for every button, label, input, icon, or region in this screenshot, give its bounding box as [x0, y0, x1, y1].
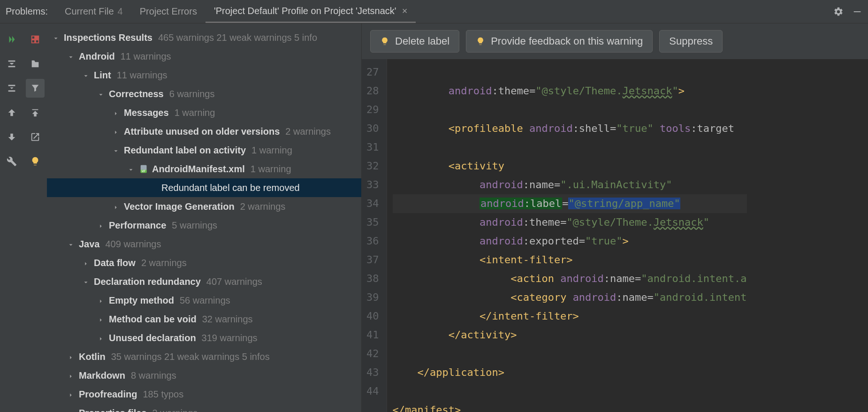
next-icon[interactable] — [2, 128, 21, 146]
svg-rect-3 — [32, 40, 35, 43]
tree-item[interactable]: Vector Image Generation 2 warnings — [47, 197, 361, 216]
tree-item[interactable]: Attribute unused on older versions 2 war… — [47, 122, 361, 141]
gear-icon[interactable] — [833, 7, 844, 17]
tree-meta: 1 warning — [175, 107, 215, 118]
code-area: 272829303132333435363738394041424344 and… — [362, 59, 868, 412]
close-icon[interactable]: × — [402, 6, 408, 16]
chevron-right-icon[interactable] — [68, 371, 76, 380]
button-label: Provide feedback on this warning — [491, 35, 643, 47]
tree-label: Performance — [109, 220, 166, 231]
rerun-icon[interactable] — [2, 30, 21, 49]
chevron-down-icon[interactable] — [113, 146, 121, 154]
open-editor-icon[interactable] — [26, 128, 45, 146]
tree-item[interactable]: Kotlin 35 warnings 21 weak warnings 5 in… — [47, 347, 361, 366]
action-bar: Delete label Provide feedback on this wa… — [362, 23, 868, 59]
minimize-icon[interactable] — [852, 7, 862, 17]
tree-meta: 409 warnings — [106, 239, 161, 250]
tree-label: Lint — [94, 70, 111, 81]
collapse-all-icon[interactable] — [2, 79, 21, 98]
chevron-right-icon[interactable] — [98, 221, 106, 229]
tab-current-file[interactable]: Current File 4 — [56, 0, 131, 23]
group-by-icon[interactable] — [26, 30, 45, 49]
tab-count: 4 — [118, 6, 123, 17]
tree-item[interactable]: Data flow 2 warnings — [47, 253, 361, 272]
chevron-right-icon[interactable] — [68, 352, 76, 361]
tree-item[interactable]: Performance 5 warnings — [47, 216, 361, 235]
button-label: Suppress — [669, 35, 713, 47]
button-label: Delete label — [395, 35, 449, 47]
chevron-right-icon[interactable] — [68, 409, 76, 412]
line-number: 34 — [366, 194, 379, 213]
tree-item[interactable]: Declaration redundancy 407 warnings — [47, 272, 361, 291]
tree-meta: 2 warnings — [152, 408, 198, 412]
intention-bulb-icon[interactable] — [26, 152, 45, 171]
chevron-down-icon[interactable] — [68, 240, 76, 248]
line-number: 33 — [366, 175, 379, 194]
tree-item[interactable]: Android 11 warnings — [47, 47, 361, 66]
chevron-down-icon[interactable] — [83, 277, 91, 286]
line-number: 39 — [366, 288, 379, 307]
inspection-tree[interactable]: Inspections Results 465 warnings 21 weak… — [47, 23, 361, 412]
chevron-right-icon[interactable] — [98, 334, 106, 342]
tree-item[interactable]: Redundant label on activity 1 warning — [47, 141, 361, 160]
tree-meta: 2 warnings — [141, 258, 187, 268]
chevron-right-icon[interactable] — [113, 127, 121, 136]
tree-item[interactable]: Correctness 6 warnings — [47, 84, 361, 103]
tree-meta: 6 warnings — [169, 89, 215, 99]
chevron-down-icon[interactable] — [128, 165, 136, 173]
svg-rect-4 — [36, 40, 38, 43]
chevron-right-icon[interactable] — [83, 259, 91, 267]
chevron-right-icon[interactable] — [68, 390, 76, 398]
tree-item[interactable]: MF AndroidManifest.xml 1 warning — [47, 160, 361, 178]
tree-item[interactable]: Lint 11 warnings — [47, 66, 361, 84]
export-icon[interactable] — [26, 103, 45, 122]
chevron-right-icon[interactable] — [98, 296, 106, 305]
svg-rect-0 — [854, 11, 861, 12]
tree-item[interactable]: Properties files 2 warnings — [47, 404, 361, 412]
svg-rect-2 — [36, 36, 38, 39]
chevron-right-icon[interactable] — [98, 315, 106, 323]
tree-item[interactable]: Inspections Results 465 warnings 21 weak… — [47, 28, 361, 47]
tree-item[interactable]: Unused declaration 319 warnings — [47, 328, 361, 347]
chevron-down-icon[interactable] — [68, 52, 76, 61]
chevron-right-icon[interactable] — [113, 108, 121, 117]
chevron-down-icon[interactable] — [83, 71, 91, 79]
tree-item[interactable]: Method can be void 32 warnings — [47, 310, 361, 328]
toolbar-left-1 — [0, 23, 23, 412]
tree-label: Unused declaration — [109, 333, 196, 343]
toolbar-left-2 — [23, 23, 47, 412]
code[interactable]: android:theme="@style/Theme.Jetsnack"> <… — [387, 59, 747, 412]
tree-item[interactable]: Empty method 56 warnings — [47, 291, 361, 310]
prev-icon[interactable] — [2, 103, 21, 122]
chevron-right-icon[interactable] — [113, 202, 121, 211]
tree-item[interactable]: Markdown 8 warnings — [47, 366, 361, 385]
svg-rect-1 — [32, 36, 35, 39]
bulb-icon — [380, 37, 389, 46]
chevron-down-icon[interactable] — [98, 90, 106, 98]
line-number: 30 — [366, 119, 379, 138]
tree-label: AndroidManifest.xml — [152, 164, 245, 175]
gutter: 272829303132333435363738394041424344 — [362, 59, 387, 412]
problems-title: Problems: — [6, 0, 56, 23]
tree-label: Messages — [124, 107, 169, 118]
suppress-button[interactable]: Suppress — [659, 30, 723, 53]
tree-item[interactable]: Proofreading 185 typos — [47, 385, 361, 404]
feedback-button[interactable]: Provide feedback on this warning — [466, 30, 653, 53]
line-number: 27 — [366, 63, 379, 82]
filter-icon[interactable] — [26, 79, 45, 98]
tree-item[interactable]: Java 409 warnings — [47, 235, 361, 253]
tab-profile-jetsnack[interactable]: 'Project Default' Profile on Project 'Je… — [206, 0, 416, 23]
line-number: 38 — [366, 269, 379, 288]
tree-item[interactable]: Messages 1 warning — [47, 103, 361, 122]
directory-icon[interactable] — [26, 54, 45, 73]
settings-icon[interactable] — [2, 152, 21, 171]
chevron-down-icon[interactable] — [53, 33, 61, 42]
tree-meta: 1 warning — [251, 164, 291, 175]
tab-project-errors[interactable]: Project Errors — [131, 0, 206, 23]
tree-item[interactable]: Redundant label can be removed — [47, 178, 361, 197]
delete-label-button[interactable]: Delete label — [370, 30, 459, 53]
line-number: 44 — [366, 382, 379, 401]
expand-all-icon[interactable] — [2, 54, 21, 73]
right-panel: Delete label Provide feedback on this wa… — [361, 23, 868, 412]
tree-meta: 1 warning — [251, 145, 292, 156]
